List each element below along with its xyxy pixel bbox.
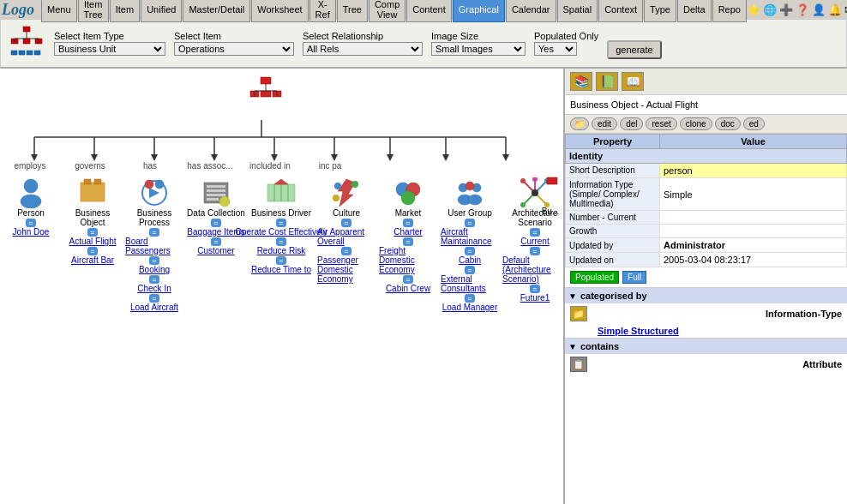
tab-master-detail[interactable]: Master/Detail — [183, 0, 250, 22]
link-default-arch[interactable]: Default (Architecture Scenario) — [502, 255, 563, 284]
link-current[interactable]: Current — [520, 237, 549, 246]
business-process-icon[interactable] — [139, 177, 170, 208]
link-aircraft-maint[interactable]: Aircraft Maintainance — [441, 227, 499, 246]
link-load-aircraft[interactable]: Load Aircraft — [130, 303, 178, 312]
node-person-eq[interactable]: = — [26, 219, 35, 227]
tab-menu[interactable]: Menu — [41, 0, 77, 22]
node-market-eq3[interactable]: = — [403, 275, 412, 284]
add-icon[interactable]: ➕ — [779, 3, 793, 16]
link-board-passengers[interactable]: Board Passengers — [125, 237, 183, 255]
tab-tree[interactable]: Tree — [337, 0, 368, 22]
tab-context[interactable]: Context — [598, 0, 643, 22]
globe-icon[interactable]: 🌐 — [763, 3, 777, 16]
business-object-icon[interactable] — [77, 177, 108, 208]
tab-item-tree[interactable]: Item Tree — [78, 0, 109, 22]
link-customer[interactable]: Customer — [197, 246, 234, 255]
star-icon[interactable]: ⭐ — [747, 3, 760, 16]
rp-icon-book2[interactable]: 📗 — [596, 72, 618, 91]
tab-delta[interactable]: Delta — [677, 0, 712, 22]
help-icon[interactable]: ❓ — [796, 3, 809, 16]
generate-button[interactable]: generate — [607, 40, 661, 59]
link-freight[interactable]: Freight Domestic Economy — [379, 246, 437, 274]
node-as-eq2[interactable]: = — [530, 247, 539, 255]
action-reset[interactable]: reset — [646, 117, 676, 130]
business-driver-icon[interactable] — [266, 177, 297, 208]
market-icon[interactable] — [393, 177, 424, 208]
tab-comp-view[interactable]: Comp View — [369, 0, 405, 22]
node-ug-eq4[interactable]: = — [465, 294, 474, 303]
categorised-by-header[interactable]: ▼ categorised by — [565, 288, 847, 303]
link-booking[interactable]: Booking — [139, 265, 170, 274]
node-culture-eq2[interactable]: = — [341, 247, 351, 255]
action-folder[interactable]: 📁 — [570, 117, 589, 130]
node-ug-eq2[interactable]: = — [465, 247, 474, 255]
user-icon[interactable]: 👤 — [812, 3, 826, 16]
image-size-select[interactable]: Small Images Medium Images Large Images — [431, 42, 526, 56]
link-check-in[interactable]: Check In — [137, 284, 171, 293]
action-del[interactable]: del — [620, 117, 643, 130]
full-badge[interactable]: Full — [622, 271, 646, 284]
node-ug-eq1[interactable]: = — [465, 219, 474, 227]
tab-type[interactable]: Type — [644, 0, 676, 22]
node-bd-eq2[interactable]: = — [276, 237, 285, 246]
node-bo-eq2[interactable]: = — [87, 247, 97, 255]
link-operate[interactable]: Operate Cost Effectively — [235, 227, 327, 237]
link-reduce-time[interactable]: Reduce Time to — [251, 265, 311, 274]
populated-only-select[interactable]: Yes No — [534, 42, 577, 56]
link-cabin[interactable]: Cabin — [459, 255, 481, 265]
tab-repo[interactable]: Repo — [712, 0, 747, 22]
person-icon[interactable] — [15, 177, 46, 208]
link-external[interactable]: External Consultants — [441, 274, 499, 293]
node-bd-eq1[interactable]: = — [276, 219, 285, 227]
select-item[interactable]: Operations Finance HR — [174, 42, 294, 56]
data-collection-icon[interactable] — [201, 177, 231, 208]
node-bp-eq3[interactable]: = — [149, 275, 159, 284]
culture-icon[interactable] — [331, 177, 362, 208]
node-as-eq1[interactable]: = — [530, 228, 539, 237]
link-load-manager[interactable]: Load Manager — [442, 303, 498, 312]
node-dc-eq2[interactable]: = — [211, 237, 220, 246]
graph-scroll[interactable]: employs governs has has assoc... include… — [0, 69, 563, 504]
tab-content[interactable]: Content — [406, 0, 452, 22]
link-cabin-crew[interactable]: Cabin Crew — [386, 284, 430, 293]
link-aircraft-bar[interactable]: Aircraft Bar — [71, 255, 114, 265]
tab-worksheet[interactable]: Worksheet — [251, 0, 308, 22]
node-dc-eq1[interactable]: = — [211, 219, 220, 227]
tab-x-ref[interactable]: X-Ref — [309, 0, 336, 22]
node-as-eq3[interactable]: = — [530, 285, 539, 293]
tab-spatial[interactable]: Spatial — [557, 0, 598, 22]
rp-icon-book3[interactable]: 📖 — [622, 72, 644, 91]
link-actual-flight[interactable]: Actual Flight — [69, 237, 116, 246]
link-passenger-domestic[interactable]: Passenger Domestic Economy — [317, 255, 375, 284]
tab-calendar[interactable]: Calendar — [506, 0, 556, 22]
node-culture-eq1[interactable]: = — [341, 219, 351, 227]
link-charter[interactable]: Charter — [393, 227, 422, 237]
link-future1[interactable]: Future1 — [520, 293, 550, 303]
action-ed[interactable]: ed — [743, 117, 765, 130]
rp-icon-book1[interactable]: 📚 — [570, 72, 592, 91]
tab-graphical[interactable]: Graphical — [453, 0, 505, 22]
node-bp-eq1[interactable]: = — [149, 228, 159, 237]
select-relationship[interactable]: All Rels employs governs — [303, 42, 423, 56]
action-edit[interactable]: edit — [592, 117, 617, 130]
node-bo-eq1[interactable]: = — [87, 228, 97, 237]
tab-item[interactable]: Item — [110, 0, 140, 22]
node-bp-eq2[interactable]: = — [149, 256, 159, 265]
link-air-apparent[interactable]: Air Apparent Overall — [317, 227, 375, 246]
tab-unified[interactable]: Unified — [141, 0, 182, 22]
link-john-doe[interactable]: John Doe — [13, 227, 50, 237]
node-ug-eq3[interactable]: = — [465, 266, 474, 274]
action-clone[interactable]: clone — [680, 117, 712, 130]
link-simple-structured[interactable]: Simple Structured — [598, 326, 679, 336]
link-reduce-risk[interactable]: Reduce Risk — [257, 246, 306, 255]
user-group-icon[interactable] — [454, 177, 485, 208]
bell-icon[interactable]: 🔔 — [828, 3, 842, 16]
select-item-type[interactable]: Business Unit Person Market — [54, 42, 165, 56]
node-market-eq1[interactable]: = — [403, 219, 412, 227]
populated-badge[interactable]: Populated — [570, 271, 619, 284]
node-bd-eq3[interactable]: = — [276, 256, 285, 265]
action-doc[interactable]: doc — [715, 117, 741, 130]
node-bp-eq4[interactable]: = — [149, 294, 159, 303]
contains-header[interactable]: ▼ contains — [565, 339, 847, 354]
node-market-eq2[interactable]: = — [403, 237, 412, 246]
